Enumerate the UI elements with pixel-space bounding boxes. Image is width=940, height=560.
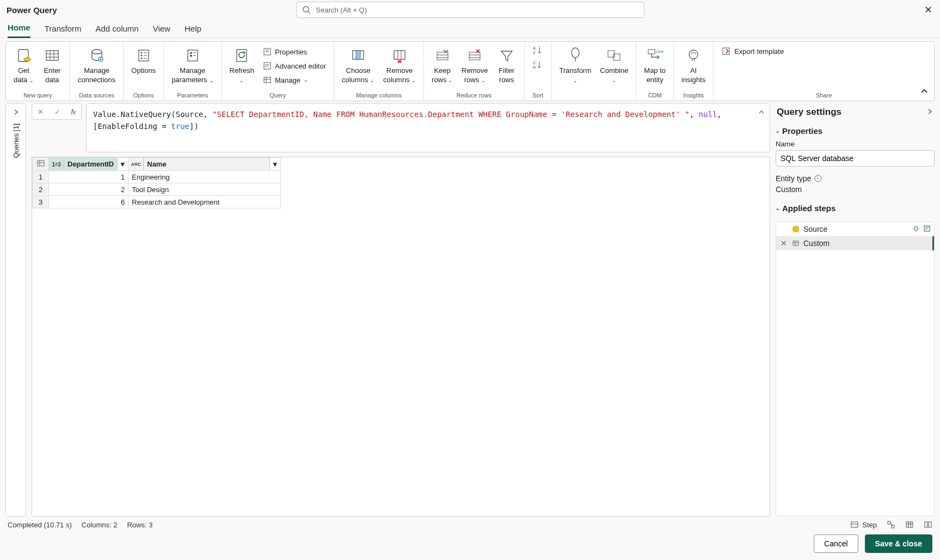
row-header[interactable]: 1	[33, 171, 49, 183]
ribbon-group-query: Refresh⌄ Properties Advanced editor Mana…	[222, 42, 334, 101]
cell-name[interactable]: Research and Development	[128, 196, 281, 208]
cancel-formula-button[interactable]: ✕	[38, 108, 44, 116]
delete-step-button[interactable]: ✕	[779, 239, 788, 248]
ribbon-group-label: Parameters	[168, 92, 217, 99]
tab-view[interactable]: View	[153, 24, 170, 38]
formula-null: null	[699, 110, 717, 119]
svg-rect-21	[190, 52, 192, 54]
diagram-view-button[interactable]	[887, 520, 895, 529]
table-row[interactable]: 1 1 Engineering	[33, 171, 281, 183]
combine-label: Combine⌄	[600, 66, 628, 85]
ribbon-group-label: Share	[718, 92, 930, 99]
formula-bar[interactable]: Value.NativeQuery(Source, "SELECT Depart…	[86, 103, 770, 152]
column-header-name[interactable]: ABC Name ▾	[128, 158, 281, 171]
properties-button[interactable]: Properties	[260, 45, 329, 58]
svg-rect-96	[925, 522, 927, 527]
svg-rect-29	[264, 63, 271, 69]
query-settings-title: Query settings	[777, 107, 841, 118]
step-source[interactable]: Source	[776, 222, 934, 236]
accept-formula-button[interactable]: ✓	[54, 108, 60, 116]
options-icon	[136, 46, 152, 65]
collapse-ribbon-button[interactable]	[920, 87, 929, 97]
table-row[interactable]: 2 2 Tool Design	[33, 183, 281, 196]
cell-departmentid[interactable]: 6	[49, 196, 128, 208]
svg-rect-81	[924, 226, 930, 231]
tab-add-column[interactable]: Add column	[95, 24, 138, 38]
queries-rail[interactable]: Queries [1]	[5, 103, 26, 516]
map-to-entity-button[interactable]: CDM Map toentity	[641, 45, 669, 85]
choose-columns-button[interactable]: Choosecolumns ⌄	[339, 45, 378, 87]
manage-query-button[interactable]: Manage ⌄	[260, 73, 329, 87]
row-header[interactable]: 2	[33, 183, 49, 196]
status-columns: Columns: 2	[82, 521, 118, 529]
filter-rows-button[interactable]: Filterrows	[494, 45, 520, 85]
svg-line-78	[918, 230, 919, 231]
options-button[interactable]: Options	[128, 45, 159, 76]
refresh-button[interactable]: Refresh⌄	[226, 45, 258, 87]
column-header-departmentid[interactable]: 123 DepartmentID ▾	[49, 158, 128, 171]
schema-view-button[interactable]	[924, 520, 932, 529]
transform-button[interactable]: Transform⌄	[556, 45, 595, 87]
collapse-formula-button[interactable]	[758, 107, 765, 119]
expand-settings-button[interactable]	[926, 108, 933, 117]
type-number-icon[interactable]: 123	[49, 158, 64, 170]
query-name-input[interactable]	[776, 150, 935, 167]
remove-columns-icon	[391, 46, 408, 65]
close-button[interactable]: ✕	[924, 4, 932, 16]
search-icon	[302, 5, 311, 14]
tab-home[interactable]: Home	[8, 23, 30, 38]
remove-columns-button[interactable]: Removecolumns ⌄	[380, 45, 419, 87]
cell-name[interactable]: Engineering	[128, 171, 281, 183]
type-text-icon[interactable]: ABC	[128, 158, 144, 170]
ribbon-group-options: Options Options	[124, 42, 164, 101]
cell-departmentid[interactable]: 2	[49, 183, 128, 196]
sort-desc-button[interactable]: ZA	[532, 60, 544, 71]
tab-transform[interactable]: Transform	[45, 24, 82, 38]
properties-section-header[interactable]: ⌄Properties	[776, 126, 935, 136]
script-icon[interactable]	[923, 225, 931, 234]
grid-corner[interactable]	[33, 158, 49, 171]
sort-asc-button[interactable]: AZ	[532, 45, 544, 57]
tab-help[interactable]: Help	[185, 24, 201, 38]
table-row[interactable]: 3 6 Research and Development	[33, 196, 281, 208]
keep-rows-button[interactable]: Keeprows ⌄	[428, 45, 456, 87]
advanced-editor-button[interactable]: Advanced editor	[260, 59, 329, 72]
svg-point-14	[140, 52, 142, 54]
ribbon-group-label: Reduce rows	[428, 92, 519, 99]
ribbon-group-manage-columns: Choosecolumns ⌄ Removecolumns ⌄ Manage c…	[334, 42, 424, 101]
manage-parameters-button[interactable]: Manageparameters ⌄	[168, 45, 217, 87]
get-data-button[interactable]: Getdata ⌄	[10, 45, 37, 87]
save-close-button[interactable]: Save & close	[865, 534, 932, 553]
ribbon: Getdata ⌄ Enterdata New query Manageconn…	[5, 41, 935, 101]
column-filter-button[interactable]: ▾	[269, 158, 280, 170]
svg-rect-66	[38, 161, 44, 166]
step-view-button[interactable]: Step	[850, 520, 877, 529]
column-filter-button[interactable]: ▾	[117, 158, 128, 170]
cell-departmentid[interactable]: 1	[49, 171, 128, 183]
search-placeholder: Search (Alt + Q)	[316, 6, 367, 14]
data-grid: 123 DepartmentID ▾ ABC Name ▾	[32, 157, 770, 516]
map-to-entity-label: Map toentity	[644, 66, 666, 84]
manage-connections-button[interactable]: Manageconnections	[75, 45, 119, 85]
applied-steps-header[interactable]: ⌄Applied steps	[776, 204, 935, 213]
get-data-icon	[15, 46, 32, 65]
expand-icon[interactable]	[12, 108, 20, 116]
search-box[interactable]: Search (Alt + Q)	[296, 2, 644, 18]
keep-rows-icon	[435, 46, 450, 65]
svg-point-10	[92, 50, 102, 54]
cell-name[interactable]: Tool Design	[128, 183, 281, 196]
grid-view-button[interactable]	[905, 520, 914, 529]
enter-data-button[interactable]: Enterdata	[39, 45, 65, 85]
cancel-button[interactable]: Cancel	[814, 534, 858, 553]
gear-icon[interactable]	[912, 225, 920, 234]
get-data-label: Getdata ⌄	[14, 66, 34, 85]
info-icon[interactable]: i	[814, 175, 822, 182]
choose-columns-icon	[350, 46, 366, 65]
ai-insights-button[interactable]: AIinsights	[678, 45, 709, 85]
remove-rows-button[interactable]: Removerows ⌄	[458, 45, 491, 87]
step-custom[interactable]: ✕ Custom	[776, 236, 934, 250]
name-label: Name	[776, 140, 935, 148]
row-header[interactable]: 3	[33, 196, 49, 208]
combine-button[interactable]: Combine⌄	[597, 45, 631, 87]
export-template-button[interactable]: Export template	[718, 45, 787, 57]
